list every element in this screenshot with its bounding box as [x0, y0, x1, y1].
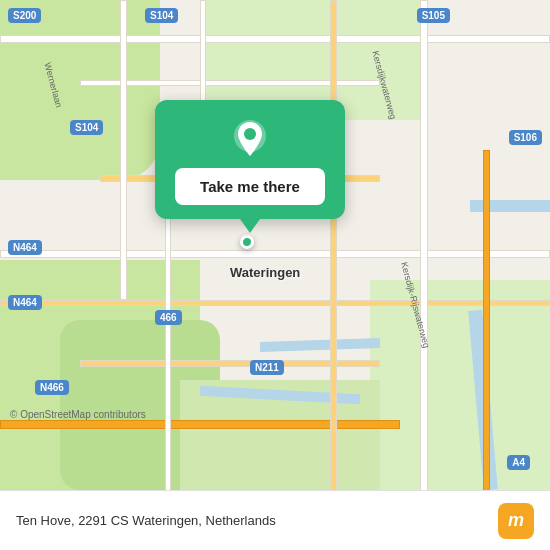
green-area [0, 0, 160, 180]
location-dot [240, 235, 254, 249]
road-badge-466: 466 [155, 310, 182, 325]
road-badge-s105: S105 [417, 8, 450, 23]
popup-tail [240, 219, 260, 233]
road-highway [0, 420, 400, 429]
road-badge-n464-1: N464 [8, 240, 42, 255]
svg-point-1 [244, 128, 256, 140]
road-highway [483, 150, 490, 490]
road [420, 0, 428, 490]
road [120, 0, 127, 300]
moovit-icon: m [498, 503, 534, 539]
copyright-text: © OpenStreetMap contributors [10, 409, 146, 420]
road [0, 250, 550, 258]
road-badge-n466: N466 [35, 380, 69, 395]
water-area [470, 200, 550, 212]
road-badge-s104-1: S104 [145, 8, 178, 23]
address-text: Ten Hove, 2291 CS Wateringen, Netherland… [16, 513, 276, 528]
road-badge-n464-2: N464 [8, 295, 42, 310]
bottom-bar: Ten Hove, 2291 CS Wateringen, Netherland… [0, 490, 550, 550]
road-badge-s106: S106 [509, 130, 542, 145]
map-container: Kersdijkwaterweg Kersdijk-Rijswaterweg W… [0, 0, 550, 490]
road [0, 35, 550, 43]
road-badge-s104-2: S104 [70, 120, 103, 135]
moovit-logo: m [498, 503, 534, 539]
location-pin-icon [230, 118, 270, 158]
road-badge-a4: A4 [507, 455, 530, 470]
map-popup: Take me there [155, 100, 345, 219]
take-me-there-button[interactable]: Take me there [175, 168, 325, 205]
place-name: Wateringen [230, 265, 300, 280]
road-major [0, 300, 550, 306]
road-major [330, 0, 337, 490]
road-badge-n211: N211 [250, 360, 284, 375]
road-badge-s200: S200 [8, 8, 41, 23]
